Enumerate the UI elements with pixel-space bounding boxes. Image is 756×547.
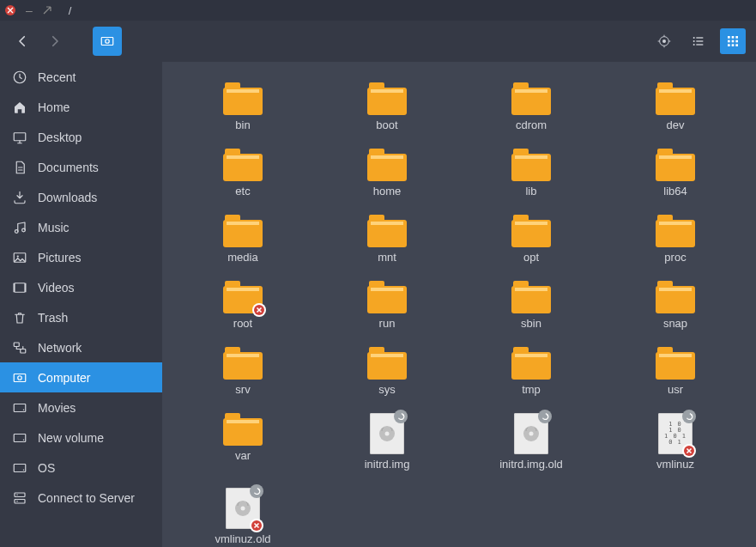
sidebar-item-network[interactable]: Network — [0, 332, 162, 362]
svg-rect-0 — [101, 37, 113, 45]
svg-rect-32 — [14, 404, 26, 411]
sidebar-item-music[interactable]: Music — [0, 212, 162, 242]
folder-icon — [223, 347, 263, 380]
svg-point-8 — [693, 44, 695, 46]
svg-point-41 — [16, 501, 18, 502]
clock-icon — [12, 70, 27, 85]
file-label: sys — [378, 383, 396, 396]
svg-point-6 — [693, 40, 695, 42]
sidebar-item-new-volume[interactable]: New volume — [0, 422, 162, 453]
sidebar-item-label: OS — [38, 461, 55, 475]
sidebar-item-label: Computer — [38, 371, 90, 385]
file-item[interactable]: run — [315, 276, 459, 335]
svg-rect-20 — [14, 132, 26, 140]
svg-rect-36 — [14, 464, 26, 471]
file-item[interactable]: cdrom — [459, 77, 603, 137]
sidebar-item-desktop[interactable]: Desktop — [0, 122, 162, 152]
file-item[interactable]: vmlinuz.old — [171, 483, 315, 547]
symlink-emblem-icon — [538, 410, 552, 423]
file-item[interactable]: root — [171, 276, 315, 335]
forward-button[interactable] — [43, 29, 67, 53]
file-item[interactable]: home — [315, 143, 459, 203]
folder-icon — [367, 149, 407, 181]
file-label: proc — [664, 251, 686, 264]
file-item[interactable]: var — [171, 408, 315, 476]
sidebar-item-label: New volume — [38, 431, 104, 445]
svg-rect-25 — [15, 283, 25, 292]
home-icon — [12, 100, 27, 115]
sidebar-item-label: Downloads — [38, 191, 97, 204]
file-item[interactable]: tmp — [459, 342, 603, 401]
folder-icon — [656, 215, 695, 247]
locate-button[interactable] — [651, 28, 677, 54]
minimize-button[interactable]: – — [26, 4, 33, 16]
video-icon — [12, 280, 27, 295]
file-label: home — [373, 185, 402, 198]
file-item[interactable]: mnt — [315, 210, 459, 269]
file-item[interactable]: initrd.img.old — [459, 408, 603, 476]
trash-icon — [12, 310, 27, 325]
folder-icon — [656, 82, 695, 115]
file-item[interactable]: opt — [459, 210, 603, 269]
sidebar-item-pictures[interactable]: Pictures — [0, 242, 162, 272]
sidebar: RecentHomeDesktopDocumentsDownloadsMusic… — [0, 62, 162, 547]
sidebar-item-label: Movies — [38, 401, 76, 415]
svg-rect-29 — [21, 349, 26, 353]
noaccess-badge-icon — [252, 303, 266, 317]
folder-icon — [367, 281, 407, 313]
file-item[interactable]: lib — [459, 143, 603, 203]
file-item[interactable]: srv — [171, 342, 315, 401]
sidebar-item-computer[interactable]: Computer — [0, 362, 162, 392]
file-label: lib64 — [663, 185, 686, 198]
svg-rect-11 — [732, 36, 735, 39]
sidebar-item-label: Network — [38, 341, 82, 355]
file-label: mnt — [378, 251, 396, 264]
content-area[interactable]: binbootcdromdevetchomeliblib64mediamntop… — [162, 62, 756, 547]
sidebar-item-documents[interactable]: Documents — [0, 152, 162, 182]
sidebar-item-label: Pictures — [38, 251, 82, 264]
file-item[interactable]: bin — [171, 77, 315, 137]
file-item[interactable]: 1 01 01 0 10 1vmlinuz — [603, 408, 747, 476]
file-icon — [514, 413, 548, 454]
file-label: opt — [523, 251, 539, 264]
file-item[interactable]: dev — [603, 77, 747, 137]
list-view-button[interactable] — [686, 28, 711, 54]
back-button[interactable] — [10, 29, 34, 53]
drive-icon — [12, 460, 27, 476]
symlink-emblem-icon — [682, 410, 696, 423]
folder-icon — [511, 347, 551, 380]
sidebar-item-recent[interactable]: Recent — [0, 62, 162, 92]
drive-icon — [12, 430, 27, 446]
file-item[interactable]: sbin — [459, 276, 603, 335]
sidebar-item-home[interactable]: Home — [0, 92, 162, 122]
file-item[interactable]: etc — [171, 143, 315, 203]
file-item[interactable]: media — [171, 210, 315, 269]
sidebar-item-label: Trash — [38, 311, 68, 325]
file-item[interactable]: proc — [603, 210, 747, 269]
svg-rect-18 — [735, 44, 738, 46]
file-label: vmlinuz — [656, 458, 694, 471]
sidebar-item-trash[interactable]: Trash — [0, 302, 162, 332]
file-label: tmp — [522, 383, 541, 396]
svg-rect-30 — [14, 374, 26, 381]
file-item[interactable]: initrd.img — [315, 408, 459, 476]
sidebar-item-connect[interactable]: Connect to Server — [0, 483, 162, 513]
file-item[interactable]: lib64 — [603, 143, 747, 203]
sidebar-item-os[interactable]: OS — [0, 453, 162, 483]
maximize-button[interactable] — [43, 3, 51, 17]
svg-rect-9 — [696, 44, 703, 45]
sidebar-item-downloads[interactable]: Downloads — [0, 182, 162, 212]
file-item[interactable]: boot — [315, 77, 459, 137]
close-button[interactable] — [5, 5, 15, 15]
file-item[interactable]: sys — [315, 342, 459, 401]
icon-view-button[interactable] — [720, 28, 746, 54]
svg-point-46 — [529, 432, 534, 436]
file-item[interactable]: snap — [603, 276, 747, 335]
sidebar-item-videos[interactable]: Videos — [0, 272, 162, 302]
sidebar-item-movies[interactable]: Movies — [0, 392, 162, 422]
window-title: / — [69, 4, 72, 17]
file-item[interactable]: usr — [603, 342, 747, 401]
path-root-chip[interactable] — [93, 27, 122, 56]
file-label: lib — [525, 185, 536, 198]
file-label: cdrom — [516, 119, 547, 131]
